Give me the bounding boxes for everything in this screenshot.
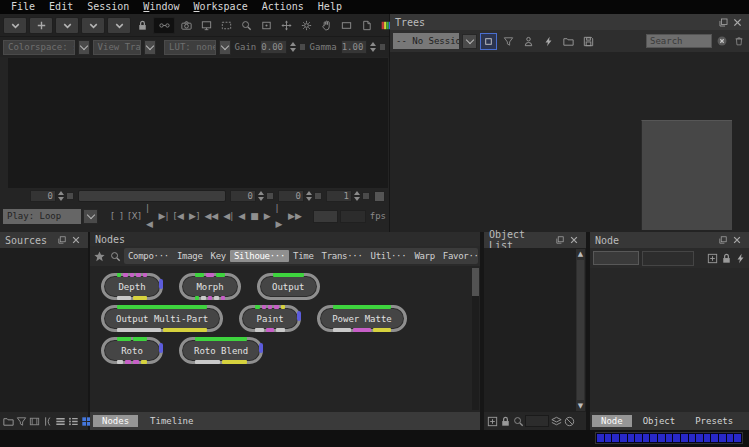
vertical-scrollbar[interactable] [472, 268, 479, 410]
gain-reset-button[interactable] [299, 43, 306, 51]
lut-chevron[interactable] [219, 40, 231, 55]
fps-display[interactable] [340, 210, 365, 223]
object-list[interactable]: ▲ ▼ [484, 248, 586, 412]
detail-view-button[interactable] [67, 413, 79, 430]
lut-dropdown[interactable]: LUT: none [164, 40, 216, 55]
menu-item-workspace[interactable]: Workspace [186, 0, 254, 14]
tab-image[interactable]: Image [173, 250, 207, 262]
film-button[interactable] [28, 413, 40, 430]
float-panel-button[interactable] [55, 234, 69, 247]
tab-favor[interactable]: Favor··· [439, 250, 478, 262]
snapshot-button[interactable] [177, 17, 195, 34]
scrollbar-thumb[interactable] [577, 260, 584, 400]
close-panel-button[interactable] [69, 234, 83, 247]
tab-object[interactable]: Object [634, 415, 685, 427]
gamma-stepper[interactable] [370, 42, 376, 52]
float-panel-button[interactable] [716, 16, 730, 29]
gamma-field[interactable]: 1.00 [341, 40, 368, 54]
menu-item-window[interactable]: Window [136, 0, 186, 14]
menu-item-actions[interactable]: Actions [255, 0, 311, 14]
play-button[interactable]: ▶ [263, 208, 272, 224]
list-view-button[interactable] [54, 413, 66, 430]
node-item-paint[interactable]: Paint [239, 305, 301, 332]
save-button[interactable] [580, 33, 597, 50]
add-viewer-button[interactable] [29, 17, 53, 34]
node-label-field[interactable] [642, 251, 694, 266]
stop-button[interactable]: ■ [249, 208, 260, 224]
layers-button[interactable] [550, 413, 562, 430]
node-item-power-matte[interactable]: Power Matte [317, 305, 407, 332]
tab-nodes[interactable]: Nodes [93, 415, 138, 427]
import-folder-button[interactable] [560, 33, 577, 50]
node-item-roto[interactable]: Roto [101, 337, 163, 364]
disable-button[interactable] [563, 413, 575, 430]
rewind-button[interactable]: ◀◀ [203, 208, 219, 224]
tab-trans[interactable]: Trans··· [318, 250, 367, 262]
zoom-tool-button[interactable] [237, 17, 255, 34]
step-stepper[interactable] [354, 191, 360, 201]
lock-node-button[interactable] [720, 250, 732, 267]
step-back-button[interactable]: ◀| [222, 208, 234, 224]
tab-notes[interactable]: Notes [744, 415, 749, 427]
menu-item-session[interactable]: Session [80, 0, 136, 14]
session-chevron[interactable] [462, 34, 477, 49]
channel-dropdown[interactable] [107, 17, 131, 34]
gain-field[interactable]: 0.00 [260, 40, 287, 54]
tab-silhoue[interactable]: Silhoue··· [230, 250, 289, 262]
trees-canvas[interactable] [390, 52, 749, 232]
close-panel-button[interactable] [567, 234, 581, 247]
step-value[interactable]: 1 [326, 190, 352, 202]
colorspace-chevron[interactable] [78, 40, 90, 55]
process-node-button[interactable] [734, 250, 746, 267]
sources-list[interactable] [0, 248, 88, 412]
tab-node[interactable]: Node [592, 415, 632, 427]
range-start-reset[interactable] [266, 192, 274, 200]
menu-item-edit[interactable]: Edit [42, 0, 80, 14]
search-objects-button[interactable] [512, 413, 524, 430]
fps-field[interactable] [313, 210, 338, 223]
gamma-reset-button[interactable] [379, 43, 386, 51]
colorspace-dropdown[interactable]: Colorspace: sRGB [3, 40, 75, 55]
scroll-down-icon[interactable]: ▼ [576, 401, 585, 411]
vertical-scrollbar[interactable]: ▲ ▼ [576, 249, 585, 411]
close-panel-button[interactable] [730, 234, 744, 247]
menu-item-file[interactable]: File [4, 0, 42, 14]
session-dropdown[interactable]: -- No Session -- [393, 33, 459, 49]
tab-util[interactable]: Util··· [367, 250, 411, 262]
marquee-select-button[interactable] [217, 17, 235, 34]
goto-in-button[interactable]: [◀ [173, 208, 185, 224]
tab-compo[interactable]: Compo··· [124, 250, 173, 262]
step-reset[interactable] [362, 192, 370, 200]
node-item-morph[interactable]: Morph [179, 273, 241, 300]
gain-stepper[interactable] [290, 42, 296, 52]
timebar-option-button[interactable] [374, 191, 385, 202]
search-input[interactable] [646, 34, 712, 48]
region-box-button[interactable] [257, 17, 275, 34]
frame-value[interactable]: 0 [30, 190, 56, 202]
lock-button[interactable] [133, 17, 151, 34]
range-end-reset[interactable] [314, 192, 322, 200]
trash-button[interactable] [732, 35, 746, 48]
tab-presets[interactable]: Presets [686, 415, 742, 427]
node-link-button[interactable] [153, 17, 175, 34]
menu-item-help[interactable]: Help [311, 0, 349, 14]
add-object-button[interactable] [486, 413, 498, 430]
clear-in-out-button[interactable]: [X] [127, 208, 142, 224]
play-mode-chevron[interactable] [83, 209, 98, 224]
play-reverse-button[interactable]: ◀ [237, 208, 246, 224]
reset-view-button[interactable] [297, 17, 315, 34]
frame-stepper[interactable] [58, 191, 64, 201]
tab-timeline[interactable]: Timeline [141, 415, 202, 427]
current-frame-spinner[interactable]: 0 [30, 190, 74, 202]
view-mode-dropdown[interactable] [81, 17, 105, 34]
close-panel-button[interactable] [730, 16, 744, 29]
hand-pan-button[interactable] [317, 17, 335, 34]
monitor-button[interactable] [197, 17, 215, 34]
scroll-up-icon[interactable]: ▲ [576, 249, 585, 259]
tab-key[interactable]: Key [207, 250, 230, 262]
object-filter-field[interactable] [525, 415, 549, 427]
lock-object-button[interactable] [499, 413, 511, 430]
search-nodes-icon[interactable] [108, 250, 122, 263]
node-item-roto-blend[interactable]: Roto Blend [179, 337, 263, 364]
view-transform-chevron[interactable] [144, 40, 156, 55]
